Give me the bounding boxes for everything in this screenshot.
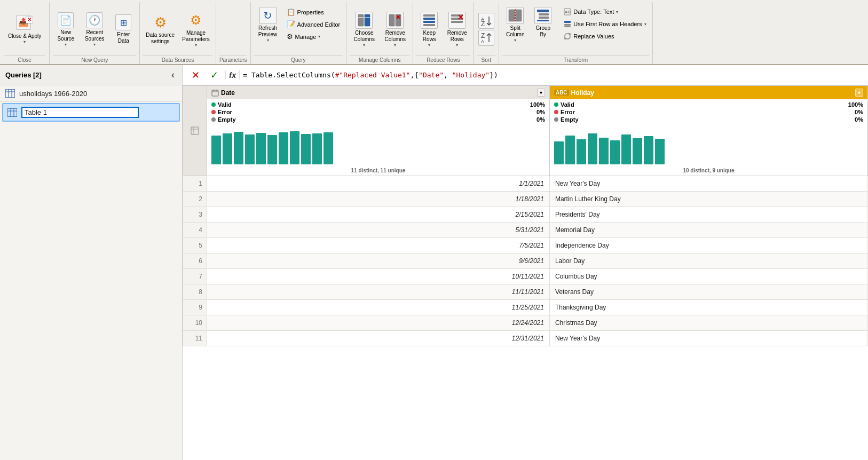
query-item-table1[interactable]	[2, 103, 180, 122]
ribbon-group-manage-columns: ChooseColumns ▾ RemoveColumns ▾	[346, 2, 413, 64]
ribbon-group-close-label: Close	[4, 55, 45, 64]
ribbon-group-reduce-rows-label: Reduce Rows	[416, 55, 470, 64]
svg-rect-24	[516, 10, 522, 21]
group-by-label: GroupBy	[535, 25, 550, 38]
ribbon-group-data-sources-label: Data Sources	[143, 55, 212, 64]
choose-columns-button[interactable]: ChooseColumns ▾	[350, 9, 378, 50]
svg-rect-32	[564, 21, 571, 23]
keep-rows-button[interactable]: KeepRows ▾	[416, 9, 442, 50]
enter-data-button[interactable]: ⊞ EnterData	[111, 12, 136, 47]
query-item-usholidays[interactable]: usholidays 1966-2020	[0, 85, 182, 102]
col-date-filter[interactable]: ▾	[537, 89, 545, 97]
ribbon-group-parameters: Parameters	[216, 2, 251, 64]
svg-rect-10	[423, 21, 435, 23]
remove-columns-button[interactable]: RemoveColumns ▾	[381, 9, 409, 50]
advanced-editor-label: Advanced Editor	[297, 21, 341, 28]
ribbon-content: 📤 ✕ Close & Apply ▾ Close 📄	[0, 0, 868, 64]
datasource-settings-button[interactable]: ⚙ Data sourcesettings	[143, 11, 177, 47]
col-date-chart-label: 11 distinct, 11 unique	[207, 166, 549, 176]
svg-rect-43	[191, 127, 199, 134]
col-header-holiday-top[interactable]: ABC Holiday ▾	[550, 86, 867, 99]
svg-rect-26	[537, 10, 549, 12]
manage-parameters-button[interactable]: ⚙ ManageParameters ▾	[179, 9, 212, 50]
date-cell: 7/5/2021	[207, 238, 550, 253]
table1-icon	[7, 108, 17, 117]
sort-desc-button[interactable]: Z A	[478, 30, 494, 46]
formula-fx-label: fx	[225, 70, 240, 80]
row-num-header	[183, 86, 207, 176]
manage-parameters-label: ManageParameters	[182, 30, 210, 43]
row-number: 11	[183, 331, 207, 346]
col-date-chart	[207, 124, 549, 166]
ribbon-group-close: 📤 ✕ Close & Apply ▾ Close	[0, 2, 50, 64]
svg-rect-1	[365, 14, 370, 26]
col-holiday-label: Holiday	[571, 89, 594, 97]
keep-rows-label: KeepRows	[423, 30, 436, 43]
datasource-settings-label: Data sourcesettings	[146, 32, 175, 45]
date-cell: 1/18/2021	[207, 192, 550, 207]
formula-content: = Table.SelectColumns(#"Replaced Value1"…	[243, 71, 863, 79]
col-date-stats: Valid 100% Error 0% Em	[207, 99, 549, 124]
queries-title: Queries [2]	[5, 71, 42, 79]
replace-values-button[interactable]: Replace Values	[561, 31, 649, 42]
row-number: 7	[183, 269, 207, 284]
holiday-cell: New Year's Day	[549, 176, 867, 192]
sort-asc-button[interactable]: A Z	[478, 13, 494, 29]
holiday-cell: Memorial Day	[549, 223, 867, 238]
query-item-table1-input[interactable]	[21, 107, 139, 118]
replace-values-label: Replace Values	[573, 33, 614, 39]
table-row: 1012/24/2021Christmas Day	[183, 315, 868, 331]
svg-text:A: A	[481, 39, 484, 44]
svg-rect-23	[509, 10, 515, 21]
first-row-headers-label: Use First Row as Headers	[573, 21, 642, 27]
date-cell: 2/15/2021	[207, 207, 550, 223]
holiday-cell: Veterans Day	[549, 284, 867, 300]
collapse-panel-button[interactable]: ‹	[169, 69, 177, 81]
data-type-button[interactable]: ABC Data Type: Text ▾	[561, 6, 649, 17]
svg-rect-5	[396, 14, 401, 26]
col-holiday-filter[interactable]: ▾	[855, 89, 863, 97]
holiday-type-icon: ABC	[554, 90, 569, 96]
group-by-button[interactable]: GroupBy	[530, 4, 556, 41]
formula-cancel-button[interactable]: ✕	[188, 68, 203, 83]
row-number: 6	[183, 253, 207, 269]
ribbon-group-sort-label: Sort	[477, 55, 495, 64]
split-column-label: SplitColumn	[506, 25, 524, 38]
recent-sources-button[interactable]: 🕐 RecentSources ▾	[81, 10, 108, 50]
svg-text:ABC: ABC	[565, 10, 571, 14]
svg-rect-9	[423, 18, 435, 20]
close-apply-label: Close & Apply	[8, 33, 41, 39]
svg-rect-4	[389, 14, 394, 26]
date-cell: 12/24/2021	[207, 315, 550, 331]
ribbon: 📤 ✕ Close & Apply ▾ Close 📄	[0, 0, 868, 65]
remove-rows-button[interactable]: RemoveRows ▾	[444, 9, 470, 50]
ribbon-group-data-sources: ⚙ Data sourcesettings ⚙ ManageParameters…	[140, 2, 216, 64]
main-area: Queries [2] ‹ usholidays 1966-2020	[0, 65, 868, 460]
svg-text:Z: Z	[481, 20, 485, 27]
advanced-editor-button[interactable]: 📝 Advanced Editor	[284, 19, 343, 30]
properties-button[interactable]: 📋 Properties	[284, 6, 343, 18]
manage-button[interactable]: ⚙ Manage ▾	[284, 31, 343, 42]
svg-rect-33	[564, 24, 571, 26]
svg-rect-8	[423, 14, 435, 17]
ribbon-group-query-label: Query	[254, 55, 343, 64]
data-type-label: Data Type: Text	[573, 9, 614, 15]
ribbon-group-sort: A Z Z A Sort	[474, 2, 499, 64]
ribbon-group-new-query-label: New Query	[53, 55, 136, 64]
choose-columns-label: ChooseColumns	[354, 30, 375, 43]
data-table: Date ▾ Valid 100%	[183, 85, 868, 346]
close-apply-button[interactable]: 📤 ✕ Close & Apply ▾	[4, 12, 45, 47]
split-column-button[interactable]: SplitColumn ▾	[502, 4, 528, 45]
new-source-button[interactable]: 📄 NewSource ▾	[53, 10, 78, 50]
table-row: 32/15/2021Presidents' Day	[183, 207, 868, 223]
col-header-date-top[interactable]: Date ▾	[207, 86, 549, 99]
formula-accept-button[interactable]: ✓	[207, 68, 222, 83]
table-icon	[5, 89, 15, 98]
first-row-headers-button[interactable]: Use First Row as Headers ▾	[561, 19, 649, 29]
holiday-cell: Presidents' Day	[549, 207, 867, 223]
date-cell: 9/6/2021	[207, 253, 550, 269]
content-area: ✕ ✓ fx = Table.SelectColumns(#"Replaced …	[183, 65, 868, 460]
date-cell: 11/11/2021	[207, 284, 550, 300]
refresh-preview-button[interactable]: ↻ RefreshPreview ▾	[254, 4, 282, 45]
svg-rect-27	[539, 13, 549, 15]
